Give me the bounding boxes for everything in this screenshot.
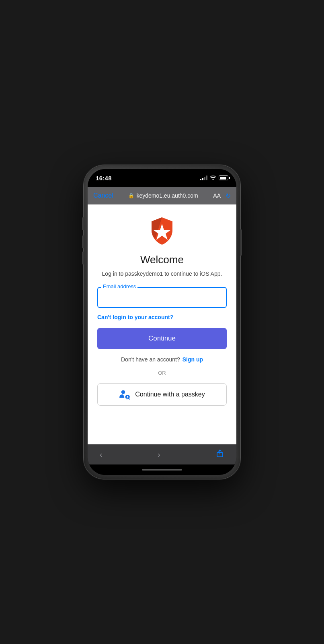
phone-frame: 16:48 Cancel	[84, 165, 240, 479]
passkey-button[interactable]: Continue with a passkey	[97, 383, 227, 406]
email-label: Email address	[101, 283, 137, 289]
bottom-browser-bar: ‹ ›	[88, 444, 236, 464]
page-subtitle: Log in to passkeydemo1 to continue to iO…	[102, 270, 222, 278]
or-line-left	[97, 373, 154, 373]
continue-button[interactable]: Continue	[97, 328, 227, 349]
forgot-link[interactable]: Can't login to your account?	[97, 314, 173, 320]
back-button[interactable]: ‹	[100, 450, 103, 459]
share-button[interactable]	[215, 449, 224, 460]
signal-icon	[200, 175, 207, 180]
notch	[138, 169, 186, 180]
logo-container	[149, 217, 175, 247]
svg-point-2	[121, 390, 124, 393]
home-bar	[142, 469, 182, 471]
auth0-logo	[149, 217, 175, 246]
forgot-link-wrapper: Can't login to your account?	[97, 314, 227, 321]
or-line-right	[170, 373, 227, 373]
signup-row: Don't have an account? Sign up	[121, 356, 203, 363]
cancel-button[interactable]: Cancel	[93, 192, 113, 199]
reload-icon[interactable]: ↻	[226, 192, 231, 200]
phone-screen: 16:48 Cancel	[88, 169, 236, 475]
web-content: Welcome Log in to passkeydemo1 to contin…	[88, 204, 236, 444]
url-text: keydemo1.eu.auth0.com	[136, 192, 198, 199]
signup-text: Don't have an account?	[121, 356, 180, 363]
passkey-button-label: Continue with a passkey	[135, 391, 205, 398]
browser-bar: Cancel 🔒 keydemo1.eu.auth0.com AA ↻	[88, 187, 236, 204]
forward-button[interactable]: ›	[158, 450, 160, 459]
status-icons	[200, 175, 228, 181]
wifi-icon	[210, 175, 216, 181]
or-divider: OR	[97, 370, 227, 376]
page-title: Welcome	[140, 254, 184, 266]
battery-icon	[219, 175, 228, 180]
aa-button[interactable]: AA	[213, 192, 221, 199]
status-time: 16:48	[96, 175, 112, 182]
signup-link[interactable]: Sign up	[183, 356, 203, 363]
email-input[interactable]	[97, 287, 227, 308]
passkey-icon	[119, 389, 130, 400]
browser-actions: AA ↻	[213, 192, 231, 200]
or-label: OR	[158, 370, 166, 376]
url-bar: 🔒 keydemo1.eu.auth0.com	[117, 192, 209, 199]
email-field-wrapper: Email address	[97, 287, 227, 308]
home-indicator	[88, 464, 236, 475]
lock-icon: 🔒	[128, 193, 134, 198]
